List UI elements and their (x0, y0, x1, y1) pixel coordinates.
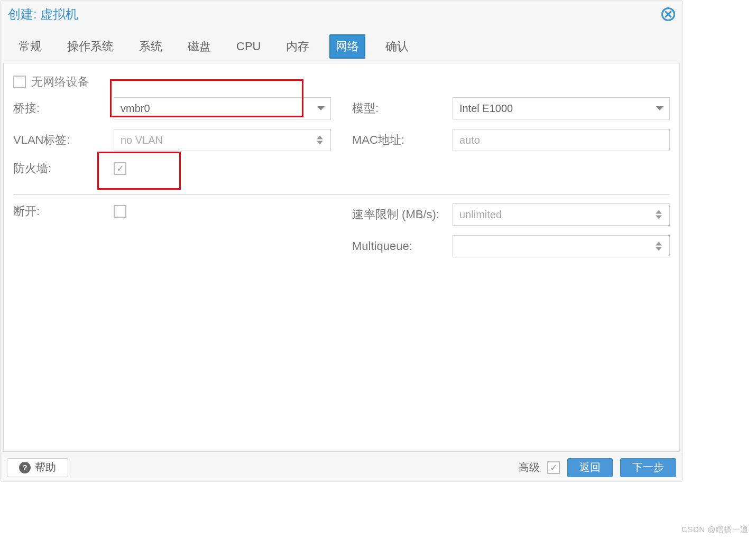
chevron-down-icon[interactable] (650, 98, 669, 119)
bridge-select[interactable]: vmbr0 (114, 97, 331, 119)
close-icon[interactable] (661, 7, 675, 21)
bridge-value: vmbr0 (121, 103, 150, 115)
advanced-checkbox[interactable] (547, 461, 560, 474)
rate-input[interactable]: unlimited (453, 203, 670, 226)
tab-network[interactable]: 网络 (329, 34, 365, 59)
no-network-label: 无网络设备 (31, 74, 89, 90)
back-button[interactable]: 返回 (567, 458, 613, 477)
form-panel: 无网络设备 桥接: vmbr0 VLAN标签: no VLAN (3, 63, 680, 452)
spinner-up-icon[interactable] (656, 242, 662, 246)
multiqueue-label: Multiqueue: (352, 239, 453, 253)
advanced-label: 高级 (519, 460, 540, 475)
disconnect-label: 断开: (13, 203, 114, 219)
vlan-placeholder: no VLAN (121, 134, 163, 146)
create-vm-dialog: 创建: 虚拟机 常规 操作系统 系统 磁盘 CPU 内存 网络 确认 无网络设备… (0, 0, 683, 482)
rate-placeholder: unlimited (459, 209, 502, 221)
help-button[interactable]: ? 帮助 (7, 458, 68, 477)
vlan-input[interactable]: no VLAN (114, 129, 331, 151)
footer: ? 帮助 高级 返回 下一步 (1, 453, 683, 481)
next-button[interactable]: 下一步 (620, 458, 676, 477)
tab-memory[interactable]: 内存 (281, 35, 315, 58)
tab-system[interactable]: 系统 (134, 35, 168, 58)
dialog-title: 创建: 虚拟机 (8, 6, 78, 23)
vlan-label: VLAN标签: (13, 132, 114, 148)
spinner-down-icon[interactable] (656, 247, 662, 251)
divider (13, 194, 670, 195)
tab-disk[interactable]: 磁盘 (182, 35, 216, 58)
spinner-down-icon[interactable] (656, 216, 662, 219)
multiqueue-input[interactable] (453, 235, 670, 257)
help-label: 帮助 (35, 460, 56, 475)
model-select[interactable]: Intel E1000 (453, 97, 670, 119)
model-value: Intel E1000 (459, 103, 513, 115)
spinner-down-icon[interactable] (317, 141, 323, 145)
rate-label: 速率限制 (MB/s): (352, 207, 453, 222)
tab-general[interactable]: 常规 (13, 35, 47, 58)
mac-input[interactable]: auto (453, 129, 670, 151)
no-network-checkbox[interactable] (13, 76, 26, 88)
tab-confirm[interactable]: 确认 (380, 35, 414, 58)
titlebar: 创建: 虚拟机 (1, 1, 683, 28)
bridge-label: 桥接: (13, 100, 114, 116)
mac-label: MAC地址: (352, 132, 453, 148)
model-label: 模型: (352, 100, 453, 116)
mac-placeholder: auto (459, 134, 480, 146)
disconnect-checkbox[interactable] (114, 205, 126, 218)
firewall-checkbox[interactable] (114, 162, 126, 175)
tab-os[interactable]: 操作系统 (62, 35, 119, 58)
chevron-down-icon[interactable] (311, 98, 330, 119)
tab-cpu[interactable]: CPU (231, 36, 266, 57)
firewall-label: 防火墙: (13, 161, 114, 176)
spinner-up-icon[interactable] (656, 210, 662, 214)
help-icon: ? (19, 462, 31, 473)
watermark: CSDN @瞎搞一通 (681, 525, 749, 535)
spinner-up-icon[interactable] (317, 136, 323, 140)
